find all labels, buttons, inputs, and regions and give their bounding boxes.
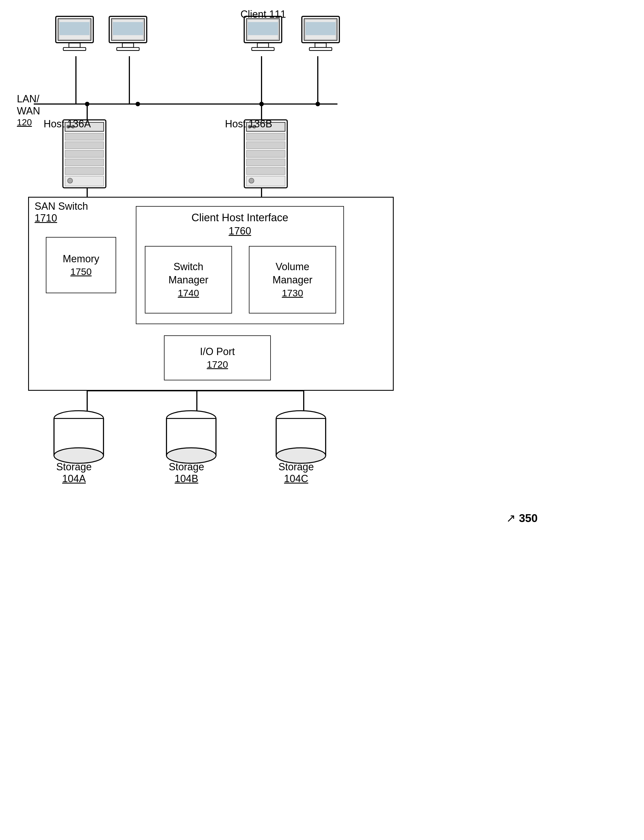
svg-rect-64 (246, 150, 285, 158)
svg-rect-26 (60, 22, 90, 35)
chi-title: Client Host Interface (136, 211, 343, 225)
client-host-interface-box: Client Host Interface 1760 Switch Manage… (136, 206, 344, 324)
switch-manager-box: Switch Manager 1740 (145, 246, 232, 313)
storage-a-label: Storage 104A (56, 461, 92, 485)
diagram-container: Client 111 LAN/ WAN 120 Host 136A (0, 0, 644, 840)
volume-manager-box: Volume Manager 1730 (249, 246, 336, 313)
svg-rect-54 (65, 159, 104, 166)
switch-manager-label: Switch Manager 1740 (168, 260, 209, 299)
svg-point-5 (136, 102, 140, 106)
memory-label: Memory 1750 (63, 253, 99, 278)
storage-b (163, 408, 219, 469)
svg-rect-62 (246, 133, 285, 140)
memory-number: 1750 (63, 266, 99, 278)
volume-manager-number: 1730 (273, 287, 312, 299)
svg-rect-45 (315, 43, 326, 48)
svg-point-7 (315, 102, 320, 106)
svg-rect-44 (306, 22, 336, 35)
svg-rect-33 (122, 43, 133, 48)
svg-point-68 (249, 178, 254, 183)
server-host-b (240, 118, 291, 197)
volume-manager-label: Volume Manager 1730 (273, 260, 312, 299)
memory-box: Memory 1750 (46, 237, 116, 293)
san-switch-box: SAN Switch 1710 Client Host Interface 17… (28, 197, 394, 391)
svg-rect-40 (252, 48, 274, 51)
figure-number: ↗ 350 (506, 512, 538, 525)
svg-rect-34 (117, 48, 139, 51)
svg-rect-63 (246, 142, 285, 149)
svg-point-4 (85, 102, 89, 106)
io-port-label: I/O Port 1720 (200, 345, 235, 371)
svg-rect-66 (246, 167, 285, 175)
chi-number: 1760 (136, 225, 343, 238)
chi-label: Client Host Interface 1760 (136, 211, 343, 238)
storage-c (273, 408, 329, 469)
computer-3 (240, 14, 286, 56)
svg-rect-39 (257, 43, 269, 48)
lan-wan-label: LAN/ WAN 120 (17, 93, 40, 128)
svg-rect-52 (65, 142, 104, 149)
lan-wan-number: 120 (17, 117, 40, 128)
storage-c-number: 104C (278, 473, 314, 485)
svg-rect-53 (65, 150, 104, 158)
host-a-label: Host 136A (44, 118, 91, 130)
svg-rect-55 (65, 167, 104, 175)
computer-1 (52, 14, 97, 56)
svg-rect-38 (248, 22, 278, 35)
computer-4 (298, 14, 343, 56)
switch-manager-number: 1740 (168, 287, 209, 299)
storage-a (51, 408, 107, 469)
svg-rect-65 (246, 159, 285, 166)
svg-point-6 (259, 102, 264, 106)
client-111-label: Client 111 (240, 8, 286, 20)
svg-rect-32 (113, 22, 143, 35)
svg-rect-51 (65, 133, 104, 140)
storage-c-label: Storage 104C (278, 461, 314, 485)
svg-rect-27 (69, 43, 80, 48)
svg-point-57 (67, 178, 72, 183)
storage-a-number: 104A (56, 473, 92, 485)
svg-rect-28 (63, 48, 86, 51)
svg-rect-46 (309, 48, 332, 51)
server-host-a (59, 118, 110, 197)
storage-b-number: 104B (169, 473, 204, 485)
san-switch-label: SAN Switch 1710 (34, 200, 88, 224)
storage-b-label: Storage 104B (169, 461, 204, 485)
io-port-number: 1720 (200, 358, 235, 371)
io-port-box: I/O Port 1720 (164, 335, 271, 381)
san-switch-number: 1710 (34, 212, 88, 224)
computer-2 (105, 14, 150, 56)
host-b-label: Host 136B (225, 118, 272, 130)
